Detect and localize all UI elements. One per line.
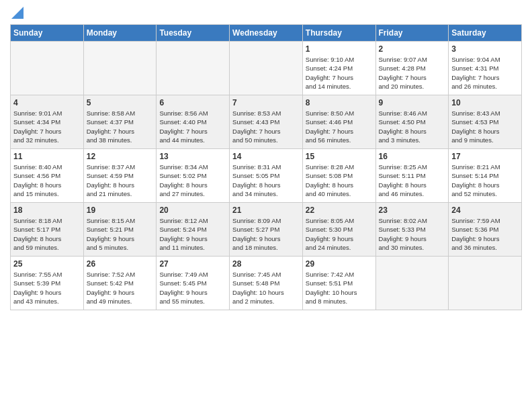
col-header-tuesday: Tuesday bbox=[157, 25, 230, 42]
col-header-thursday: Thursday bbox=[302, 25, 375, 42]
day-number: 8 bbox=[306, 98, 373, 107]
day-info: Sunrise: 8:40 AM Sunset: 4:56 PM Dayligh… bbox=[13, 163, 81, 198]
col-header-sunday: Sunday bbox=[11, 25, 84, 42]
day-info: Sunrise: 7:52 AM Sunset: 5:42 PM Dayligh… bbox=[87, 270, 154, 306]
day-number: 21 bbox=[232, 205, 300, 215]
day-cell: 26Sunrise: 7:52 AM Sunset: 5:42 PM Dayli… bbox=[83, 257, 157, 310]
day-cell: 10Sunrise: 8:43 AM Sunset: 4:53 PM Dayli… bbox=[449, 95, 522, 149]
header bbox=[10, 7, 522, 19]
day-info: Sunrise: 8:53 AM Sunset: 4:43 PM Dayligh… bbox=[232, 109, 300, 144]
day-cell bbox=[375, 257, 449, 310]
day-number: 27 bbox=[159, 259, 226, 269]
day-cell bbox=[11, 42, 84, 95]
day-number: 7 bbox=[232, 98, 300, 107]
day-info: Sunrise: 7:49 AM Sunset: 5:45 PM Dayligh… bbox=[159, 270, 226, 306]
day-number: 5 bbox=[87, 98, 154, 107]
day-info: Sunrise: 8:28 AM Sunset: 5:08 PM Dayligh… bbox=[306, 163, 373, 198]
day-cell bbox=[157, 42, 230, 95]
svg-marker-0 bbox=[11, 7, 24, 19]
day-cell: 2Sunrise: 9:07 AM Sunset: 4:28 PM Daylig… bbox=[375, 42, 449, 95]
day-number: 29 bbox=[306, 259, 373, 269]
week-row-3: 11Sunrise: 8:40 AM Sunset: 4:56 PM Dayli… bbox=[11, 149, 522, 203]
day-cell bbox=[230, 42, 303, 95]
day-cell: 9Sunrise: 8:46 AM Sunset: 4:50 PM Daylig… bbox=[375, 95, 449, 149]
day-number: 2 bbox=[379, 44, 446, 54]
day-number: 6 bbox=[159, 98, 226, 107]
day-number: 22 bbox=[306, 205, 373, 215]
week-row-2: 4Sunrise: 9:01 AM Sunset: 4:34 PM Daylig… bbox=[11, 95, 522, 149]
day-number: 24 bbox=[451, 205, 519, 215]
day-number: 11 bbox=[13, 152, 81, 161]
day-info: Sunrise: 8:15 AM Sunset: 5:21 PM Dayligh… bbox=[87, 216, 154, 252]
day-number: 12 bbox=[87, 152, 154, 161]
day-cell: 18Sunrise: 8:18 AM Sunset: 5:17 PM Dayli… bbox=[11, 203, 84, 257]
day-number: 28 bbox=[232, 259, 300, 269]
day-cell: 14Sunrise: 8:31 AM Sunset: 5:05 PM Dayli… bbox=[230, 149, 303, 203]
day-info: Sunrise: 9:07 AM Sunset: 4:28 PM Dayligh… bbox=[379, 55, 446, 91]
col-header-friday: Friday bbox=[375, 25, 449, 42]
day-number: 14 bbox=[232, 152, 300, 161]
day-cell: 3Sunrise: 9:04 AM Sunset: 4:31 PM Daylig… bbox=[449, 42, 522, 95]
calendar-table: SundayMondayTuesdayWednesdayThursdayFrid… bbox=[10, 24, 522, 310]
day-number: 26 bbox=[87, 259, 154, 269]
day-info: Sunrise: 9:10 AM Sunset: 4:24 PM Dayligh… bbox=[306, 55, 373, 91]
day-number: 18 bbox=[13, 205, 81, 215]
day-cell: 6Sunrise: 8:56 AM Sunset: 4:40 PM Daylig… bbox=[157, 95, 230, 149]
day-number: 25 bbox=[13, 259, 81, 269]
day-number: 13 bbox=[159, 152, 226, 161]
day-cell: 29Sunrise: 7:42 AM Sunset: 5:51 PM Dayli… bbox=[302, 257, 375, 310]
day-number: 9 bbox=[379, 98, 446, 107]
day-number: 1 bbox=[306, 44, 373, 54]
week-row-5: 25Sunrise: 7:55 AM Sunset: 5:39 PM Dayli… bbox=[11, 257, 522, 310]
day-info: Sunrise: 8:12 AM Sunset: 5:24 PM Dayligh… bbox=[159, 216, 226, 252]
day-info: Sunrise: 8:58 AM Sunset: 4:37 PM Dayligh… bbox=[87, 109, 154, 144]
day-number: 4 bbox=[13, 98, 81, 107]
day-info: Sunrise: 8:31 AM Sunset: 5:05 PM Dayligh… bbox=[232, 163, 300, 198]
day-info: Sunrise: 8:18 AM Sunset: 5:17 PM Dayligh… bbox=[13, 216, 81, 252]
day-cell: 27Sunrise: 7:49 AM Sunset: 5:45 PM Dayli… bbox=[157, 257, 230, 310]
day-number: 17 bbox=[451, 152, 519, 161]
day-cell: 17Sunrise: 8:21 AM Sunset: 5:14 PM Dayli… bbox=[449, 149, 522, 203]
col-header-monday: Monday bbox=[83, 25, 157, 42]
col-header-wednesday: Wednesday bbox=[230, 25, 303, 42]
day-info: Sunrise: 8:50 AM Sunset: 4:46 PM Dayligh… bbox=[306, 109, 373, 144]
day-cell: 23Sunrise: 8:02 AM Sunset: 5:33 PM Dayli… bbox=[375, 203, 449, 257]
day-info: Sunrise: 7:55 AM Sunset: 5:39 PM Dayligh… bbox=[13, 270, 81, 306]
day-info: Sunrise: 7:45 AM Sunset: 5:48 PM Dayligh… bbox=[232, 270, 300, 306]
day-info: Sunrise: 8:56 AM Sunset: 4:40 PM Dayligh… bbox=[159, 109, 226, 144]
day-cell: 20Sunrise: 8:12 AM Sunset: 5:24 PM Dayli… bbox=[157, 203, 230, 257]
day-cell: 28Sunrise: 7:45 AM Sunset: 5:48 PM Dayli… bbox=[230, 257, 303, 310]
day-cell: 22Sunrise: 8:05 AM Sunset: 5:30 PM Dayli… bbox=[302, 203, 375, 257]
day-info: Sunrise: 8:02 AM Sunset: 5:33 PM Dayligh… bbox=[379, 216, 446, 252]
day-number: 20 bbox=[159, 205, 226, 215]
day-info: Sunrise: 8:37 AM Sunset: 4:59 PM Dayligh… bbox=[87, 163, 154, 198]
col-header-saturday: Saturday bbox=[449, 25, 522, 42]
day-cell: 25Sunrise: 7:55 AM Sunset: 5:39 PM Dayli… bbox=[11, 257, 84, 310]
day-cell: 12Sunrise: 8:37 AM Sunset: 4:59 PM Dayli… bbox=[83, 149, 157, 203]
logo-arrow-icon bbox=[11, 7, 24, 19]
day-info: Sunrise: 8:09 AM Sunset: 5:27 PM Dayligh… bbox=[232, 216, 300, 252]
day-cell: 13Sunrise: 8:34 AM Sunset: 5:02 PM Dayli… bbox=[157, 149, 230, 203]
day-cell: 15Sunrise: 8:28 AM Sunset: 5:08 PM Dayli… bbox=[302, 149, 375, 203]
day-cell: 8Sunrise: 8:50 AM Sunset: 4:46 PM Daylig… bbox=[302, 95, 375, 149]
day-number: 23 bbox=[379, 205, 446, 215]
day-info: Sunrise: 7:42 AM Sunset: 5:51 PM Dayligh… bbox=[306, 270, 373, 306]
day-info: Sunrise: 9:01 AM Sunset: 4:34 PM Dayligh… bbox=[13, 109, 81, 144]
week-row-1: 1Sunrise: 9:10 AM Sunset: 4:24 PM Daylig… bbox=[11, 42, 522, 95]
header-row: SundayMondayTuesdayWednesdayThursdayFrid… bbox=[11, 25, 522, 42]
day-number: 10 bbox=[451, 98, 519, 107]
day-info: Sunrise: 7:59 AM Sunset: 5:36 PM Dayligh… bbox=[451, 216, 519, 252]
day-cell: 21Sunrise: 8:09 AM Sunset: 5:27 PM Dayli… bbox=[230, 203, 303, 257]
day-info: Sunrise: 8:21 AM Sunset: 5:14 PM Dayligh… bbox=[451, 163, 519, 198]
day-cell: 19Sunrise: 8:15 AM Sunset: 5:21 PM Dayli… bbox=[83, 203, 157, 257]
day-number: 15 bbox=[306, 152, 373, 161]
day-info: Sunrise: 8:05 AM Sunset: 5:30 PM Dayligh… bbox=[306, 216, 373, 252]
day-cell: 11Sunrise: 8:40 AM Sunset: 4:56 PM Dayli… bbox=[11, 149, 84, 203]
day-info: Sunrise: 8:25 AM Sunset: 5:11 PM Dayligh… bbox=[379, 163, 446, 198]
day-cell bbox=[449, 257, 522, 310]
day-cell: 4Sunrise: 9:01 AM Sunset: 4:34 PM Daylig… bbox=[11, 95, 84, 149]
day-number: 19 bbox=[87, 205, 154, 215]
day-cell: 1Sunrise: 9:10 AM Sunset: 4:24 PM Daylig… bbox=[302, 42, 375, 95]
day-number: 3 bbox=[451, 44, 519, 54]
day-info: Sunrise: 9:04 AM Sunset: 4:31 PM Dayligh… bbox=[451, 55, 519, 91]
